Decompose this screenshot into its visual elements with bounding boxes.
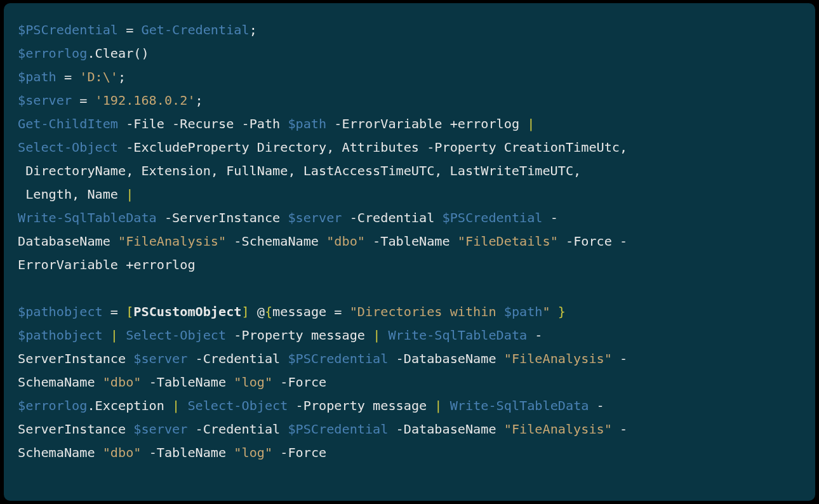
- code-line: $server = '192.168.0.2';: [18, 89, 801, 112]
- code-line: SchemaName "dbo" -TableName "log" -Force: [18, 371, 801, 394]
- code-line: SchemaName "dbo" -TableName "log" -Force: [18, 441, 801, 465]
- code-line: Length, Name |: [18, 183, 801, 206]
- code-line: DirectoryName, Extension, FullName, Last…: [18, 159, 801, 183]
- variable-token: $PSCredential: [18, 22, 118, 37]
- code-line: Select-Object -ExcludeProperty Directory…: [18, 136, 801, 159]
- code-line: $errorlog.Exception | Select-Object -Pro…: [18, 394, 801, 418]
- code-line: [18, 277, 801, 300]
- code-line: $errorlog.Clear(): [18, 42, 801, 65]
- code-line: ErrorVariable +errorlog: [18, 253, 801, 277]
- code-line: $path = 'D:\';: [18, 65, 801, 89]
- code-line: DatabaseName "FileAnalysis" -SchemaName …: [18, 230, 801, 253]
- code-line: Get-ChildItem -File -Recurse -Path $path…: [18, 112, 801, 136]
- code-line: ServerInstance $server -Credential $PSCr…: [18, 418, 801, 441]
- code-line: $pathobject | Select-Object -Property me…: [18, 324, 801, 347]
- code-line: $pathobject = [PSCustomObject] @{message…: [18, 300, 801, 324]
- code-line: ServerInstance $server -Credential $PSCr…: [18, 347, 801, 371]
- code-line: $PSCredential = Get-Credential;: [18, 18, 801, 42]
- code-block: $PSCredential = Get-Credential;$errorlog…: [4, 3, 815, 501]
- code-line: Write-SqlTableData -ServerInstance $serv…: [18, 206, 801, 230]
